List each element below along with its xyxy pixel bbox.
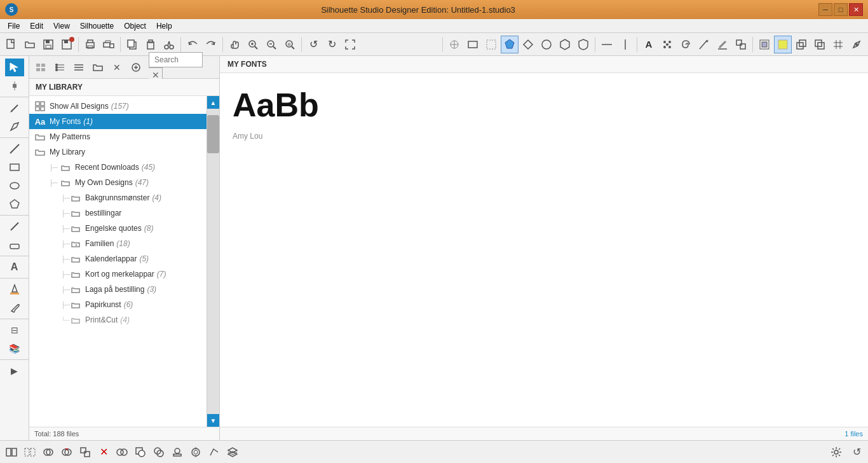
send3-button[interactable]: [792, 36, 810, 53]
circle2-button[interactable]: [538, 36, 555, 53]
save-red-button[interactable]: [58, 36, 76, 53]
tree-item-bakgrunnsmonster[interactable]: ├─ Bakgrunnsmønster (4): [29, 190, 207, 205]
menu-view[interactable]: View: [48, 20, 75, 32]
knife-tool[interactable]: [5, 218, 24, 235]
grid-view-button[interactable]: [51, 59, 69, 76]
polygon-tool[interactable]: [5, 195, 24, 213]
send4-button[interactable]: [811, 36, 829, 53]
rotate-r-button[interactable]: ↻: [323, 36, 341, 53]
pattern2-button[interactable]: [658, 36, 676, 53]
ungroup-button[interactable]: [21, 443, 39, 461]
fill-tool[interactable]: [5, 280, 24, 298]
snap-button[interactable]: [445, 36, 463, 53]
tree-item-laga[interactable]: ├─ Laga på bestilling (3): [29, 282, 207, 297]
tree-item-my-own-designs[interactable]: ├─ My Own Designs (47): [29, 175, 207, 190]
layers2-button[interactable]: [756, 36, 773, 53]
knife2-button[interactable]: [695, 36, 713, 53]
grid3-button[interactable]: [829, 36, 847, 53]
diamond2-button[interactable]: [519, 36, 537, 53]
pentagon2-button[interactable]: [501, 36, 519, 53]
delete-bottom-button[interactable]: ✕: [95, 443, 112, 461]
library-close-button[interactable]: ✕: [108, 59, 126, 76]
refresh-button[interactable]: ↺: [848, 443, 865, 461]
pen-tool[interactable]: [5, 118, 24, 135]
cut-button[interactable]: [160, 36, 178, 53]
rotate-l-button[interactable]: ↺: [304, 36, 322, 53]
eraser2-button[interactable]: [714, 36, 731, 53]
group-button[interactable]: [3, 443, 20, 461]
combine-button[interactable]: [39, 443, 57, 461]
detail-view-button[interactable]: [70, 59, 88, 76]
menu-edit[interactable]: Edit: [25, 20, 48, 32]
tree-item-papirkunst[interactable]: ├─ Papirkunst (6): [29, 297, 207, 312]
pencil-tool[interactable]: [5, 99, 24, 117]
settings-button[interactable]: [827, 443, 845, 461]
list-view-button[interactable]: [32, 59, 50, 76]
line-tool[interactable]: [5, 140, 24, 158]
rect2-button[interactable]: [464, 36, 482, 53]
tree-item-my-library[interactable]: My Library: [29, 144, 207, 160]
close-button[interactable]: ✕: [849, 3, 863, 16]
eyedrop-tool[interactable]: [5, 299, 24, 317]
target-button[interactable]: [187, 443, 205, 461]
node-tool[interactable]: [5, 77, 24, 95]
layers-bottom-button[interactable]: [224, 443, 241, 461]
text2-button[interactable]: A: [640, 36, 658, 53]
spiral2-button[interactable]: [677, 36, 695, 53]
library-tool[interactable]: 📚: [5, 340, 24, 357]
paint-button[interactable]: [205, 443, 223, 461]
tree-item-my-patterns[interactable]: My Patterns: [29, 129, 207, 144]
tree-item-kalenderlappar[interactable]: ├─ Kalenderlappar (5): [29, 251, 207, 266]
pan-tool[interactable]: ⊟: [5, 321, 24, 339]
fill2-button[interactable]: [774, 36, 792, 53]
release-button[interactable]: [58, 443, 76, 461]
scrollbar-thumb[interactable]: [207, 115, 219, 153]
shield-button[interactable]: [574, 36, 592, 53]
scroll-down-button[interactable]: ▼: [207, 414, 219, 427]
hand-button[interactable]: [226, 36, 243, 53]
tree-item-bestillingar[interactable]: ├─ bestillingar: [29, 205, 207, 221]
save-button[interactable]: [39, 36, 57, 53]
tree-item-engelske-quotes[interactable]: ├─ Engelske quotes (8): [29, 221, 207, 236]
hexagon2-button[interactable]: [556, 36, 574, 53]
zoom-out-button[interactable]: [262, 36, 280, 53]
open-button[interactable]: [21, 36, 39, 53]
subtract-button[interactable]: [132, 443, 149, 461]
zoom-sel-button[interactable]: ⊕: [281, 36, 299, 53]
dotgrid-button[interactable]: [482, 36, 500, 53]
weld-bottom-button[interactable]: [113, 443, 131, 461]
next-page-tool[interactable]: ▶: [5, 362, 24, 380]
menu-file[interactable]: File: [3, 20, 25, 32]
zoom-in-button[interactable]: [244, 36, 262, 53]
undo-button[interactable]: [184, 36, 201, 53]
pen2-button[interactable]: [848, 36, 865, 53]
tree-item-kort-og[interactable]: ├─ Kort og merkelappar (7): [29, 266, 207, 282]
weld3-button[interactable]: [732, 36, 750, 53]
new-button[interactable]: [3, 36, 20, 53]
maximize-button[interactable]: □: [834, 3, 848, 16]
redo-button[interactable]: [202, 36, 220, 53]
rect-tool[interactable]: [5, 158, 24, 176]
print2-button[interactable]: [100, 36, 118, 53]
search-input[interactable]: [149, 52, 203, 67]
new-folder-button[interactable]: [89, 59, 107, 76]
line-h2-button[interactable]: [598, 36, 616, 53]
merge-button[interactable]: [76, 443, 94, 461]
paste-button[interactable]: [142, 36, 159, 53]
ellipse-tool[interactable]: [5, 177, 24, 195]
copy-button[interactable]: [123, 36, 141, 53]
print-button[interactable]: [81, 36, 99, 53]
fit-button[interactable]: [341, 36, 359, 53]
menu-help[interactable]: Help: [151, 20, 177, 32]
eraser-tool[interactable]: [5, 236, 24, 254]
menu-object[interactable]: Object: [119, 20, 151, 32]
text-tool[interactable]: A: [5, 258, 24, 276]
tree-item-familien[interactable]: ├─ Familien (18): [29, 236, 207, 251]
stamp-button[interactable]: [168, 443, 186, 461]
line-v2-button[interactable]: [616, 36, 634, 53]
library-browse-button[interactable]: [127, 59, 145, 76]
scroll-up-button[interactable]: ▲: [207, 96, 219, 109]
tree-item-show-all[interactable]: Show All Designs (157): [29, 99, 207, 114]
tree-item-my-fonts[interactable]: Aa My Fonts (1): [29, 114, 207, 129]
intersect-button[interactable]: [150, 443, 168, 461]
